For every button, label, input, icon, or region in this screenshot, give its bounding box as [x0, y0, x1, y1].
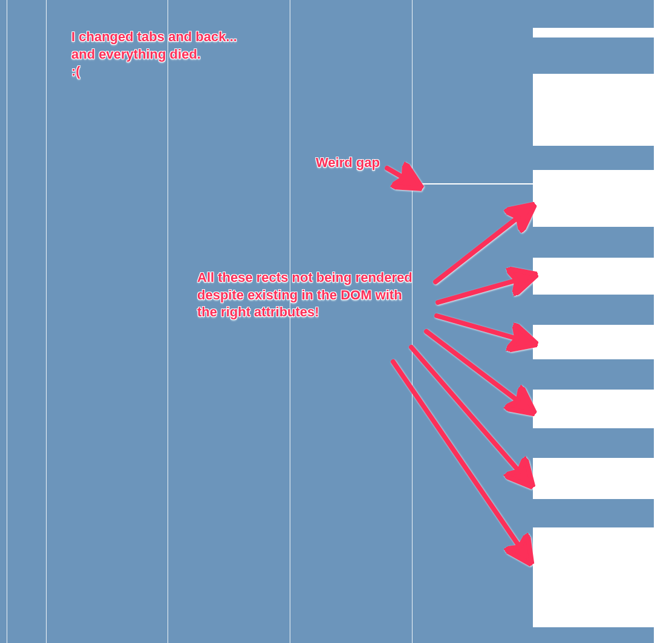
- chart-bar-stub: [533, 499, 654, 527]
- chart-main-area: [0, 0, 533, 643]
- grid-line: [7, 0, 7, 643]
- annotation-rects-text: All these rects not being rendered despi…: [197, 269, 413, 321]
- gap-line: [412, 183, 533, 184]
- chart-bar-stub: [533, 146, 654, 170]
- grid-line: [46, 0, 47, 643]
- chart-bar-stub: [533, 227, 654, 258]
- annotation-top-text: I changed tabs and back... and everythin…: [71, 28, 237, 80]
- grid-line: [168, 0, 168, 643]
- chart-bar-stub: [533, 627, 654, 643]
- annotation-gap-text: Weird gap: [316, 154, 380, 172]
- chart-bar-stub: [533, 0, 654, 28]
- chart-bar-stub: [533, 295, 654, 325]
- annotated-chart-screenshot: I changed tabs and back... and everythin…: [0, 0, 672, 643]
- chart-bar-stub: [533, 38, 654, 74]
- chart-bar-stub: [533, 428, 654, 458]
- grid-line: [412, 0, 413, 643]
- grid-line: [290, 0, 290, 643]
- chart-bar-stub: [533, 359, 654, 390]
